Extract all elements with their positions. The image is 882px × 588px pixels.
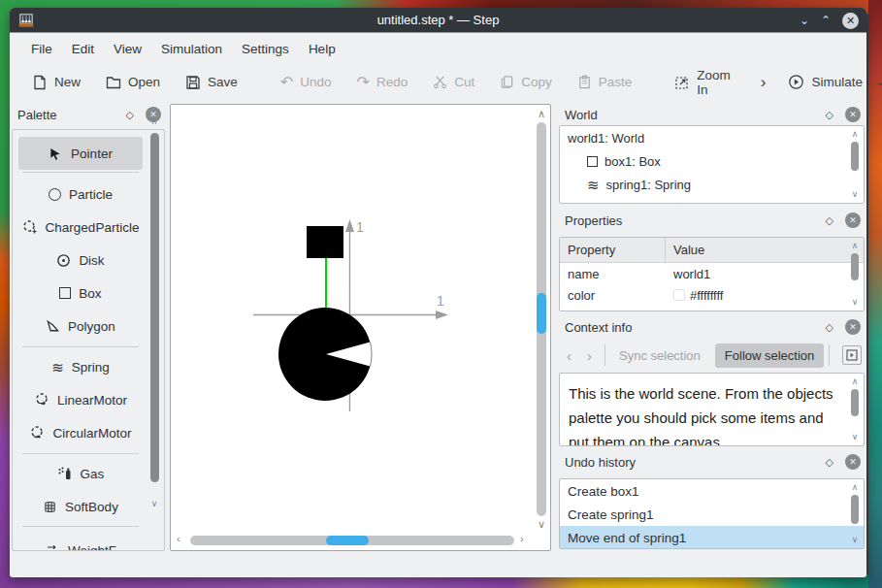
box1-object[interactable]	[307, 226, 343, 258]
toolbar-separator	[604, 344, 605, 366]
float-panel-icon[interactable]: ◇	[826, 214, 833, 227]
gas-icon	[57, 466, 73, 481]
close-panel-icon[interactable]: ✕	[845, 454, 861, 470]
undo-scrollbar[interactable]: ∧ ∨	[848, 481, 862, 546]
tree-item-world1[interactable]: world1: World	[560, 126, 864, 149]
float-panel-icon[interactable]: ◇	[126, 109, 134, 121]
menu-simulation[interactable]: Simulation	[151, 37, 232, 61]
particle-icon	[49, 188, 61, 201]
scroll-down-icon[interactable]: ∨	[848, 433, 862, 441]
scrollbar-thumb[interactable]	[851, 495, 859, 524]
redo-button[interactable]: ↷ Redo	[348, 70, 417, 95]
forward-icon[interactable]: ›	[579, 347, 600, 364]
menu-file[interactable]: File	[21, 37, 62, 61]
palette-scrollbar[interactable]: ∧ ∨	[146, 104, 163, 526]
float-panel-icon[interactable]: ◇	[826, 456, 833, 469]
undo-item-selected[interactable]: Move end of spring1	[560, 526, 864, 549]
scrollbar-thumb[interactable]	[851, 142, 859, 171]
scroll-up-icon[interactable]: ∧	[848, 483, 862, 492]
close-panel-icon[interactable]: ✕	[845, 319, 861, 335]
maximize-icon[interactable]: ⌃	[821, 15, 831, 26]
save-floppy-icon	[185, 75, 201, 90]
open-in-window-button[interactable]	[842, 345, 862, 365]
column-property[interactable]: Property	[560, 243, 665, 257]
undo-item[interactable]: Create spring1	[560, 503, 864, 526]
palette-item-disk[interactable]: Disk	[18, 244, 143, 277]
palette-item-pointer[interactable]: Pointer	[18, 137, 143, 170]
property-row-color[interactable]: color #ffffffff	[560, 284, 864, 306]
save-button[interactable]: Save	[177, 70, 246, 95]
tree-item-box1[interactable]: box1: Box	[560, 149, 864, 173]
new-button[interactable]: New	[23, 70, 89, 95]
palette-item-box[interactable]: Box	[18, 277, 143, 310]
back-icon[interactable]: ‹	[559, 347, 579, 364]
scroll-up-icon[interactable]: ∧	[146, 117, 163, 126]
tree-item-spring1[interactable]: ≋ spring1: Spring	[560, 173, 864, 196]
scrollbar-thumb[interactable]	[537, 293, 546, 334]
property-row-time[interactable]: time 0.0	[560, 306, 864, 311]
toolbar-overflow-chevron[interactable]: ›	[747, 73, 780, 92]
undo-button[interactable]: ↶ Undo	[272, 70, 341, 95]
menu-settings[interactable]: Settings	[232, 37, 299, 61]
scroll-right-icon[interactable]: ›	[520, 533, 524, 544]
palette-item-polygon[interactable]: Polygon	[18, 310, 143, 343]
scroll-up-icon[interactable]: ∧	[848, 242, 862, 250]
undo-list: Create box1 Create spring1 Move end of s…	[559, 478, 865, 549]
context-scrollbar[interactable]: ∧ ∨	[848, 376, 862, 443]
world-scrollbar[interactable]: ∧ ∨	[848, 128, 862, 201]
scroll-down-icon[interactable]: ∨	[146, 500, 163, 508]
scroll-down-icon[interactable]: ∨	[538, 518, 545, 531]
menu-help[interactable]: Help	[299, 37, 345, 61]
menu-view[interactable]: View	[104, 37, 151, 61]
scroll-down-icon[interactable]: ∨	[848, 298, 862, 307]
float-panel-icon[interactable]: ◇	[826, 321, 833, 334]
palette-item-chargedparticle[interactable]: ChargedParticle	[18, 211, 143, 244]
canvas-vscrollbar[interactable]: ∧ ∨	[534, 107, 549, 532]
scrollbar-thumb[interactable]	[326, 536, 369, 545]
scroll-left-icon[interactable]: ‹	[177, 533, 180, 544]
step-window: untitled.step * — Step ⌄ ⌃ ✕ File Edit V…	[10, 8, 866, 577]
scrollbar-thumb[interactable]	[851, 253, 859, 280]
paste-button[interactable]: Paste	[569, 70, 641, 94]
palette-item-weightforce[interactable]: WeightF	[18, 534, 143, 551]
world-canvas[interactable]: 1 1 ∧ ∨ ‹ ›	[170, 104, 551, 551]
open-button[interactable]: Open	[97, 70, 169, 95]
palette-item-spring[interactable]: ≋ Spring	[18, 350, 143, 383]
palette-item-softbody[interactable]: SoftBody	[18, 490, 143, 523]
context-text-area[interactable]: This is the world scene. From the object…	[559, 373, 865, 446]
column-value[interactable]: Value	[665, 238, 864, 263]
titlebar[interactable]: untitled.step * — Step ⌄ ⌃ ✕	[10, 8, 866, 33]
scroll-down-icon[interactable]: ∨	[848, 536, 862, 544]
palette-item-particle[interactable]: Particle	[18, 178, 143, 211]
scroll-down-icon[interactable]: ∨	[848, 190, 862, 199]
palette-item-circularmotor[interactable]: CircularMotor	[18, 416, 143, 449]
property-row-name[interactable]: name world1	[560, 263, 864, 284]
palette-item-linearmotor[interactable]: LinearMotor	[18, 383, 143, 416]
menu-edit[interactable]: Edit	[62, 37, 104, 61]
scroll-up-icon[interactable]: ∧	[848, 377, 862, 386]
properties-scrollbar[interactable]: ∧ ∨	[848, 240, 862, 309]
zoom-in-button[interactable]: Zoom In	[666, 63, 739, 102]
copy-button[interactable]: Copy	[491, 70, 561, 94]
float-panel-icon[interactable]: ◇	[826, 109, 833, 121]
sync-selection-button[interactable]: Sync selection	[610, 348, 709, 363]
scroll-up-icon[interactable]: ∧	[848, 130, 862, 139]
linear-motor-icon	[34, 392, 49, 408]
follow-selection-button[interactable]: Follow selection	[715, 343, 825, 368]
close-panel-icon[interactable]: ✕	[845, 212, 861, 228]
context-toolbar: ‹ › Sync selection Follow selection	[559, 340, 865, 371]
simulate-dropdown-chevron[interactable]: ⌄	[875, 76, 882, 88]
palette-item-gas[interactable]: Gas	[18, 457, 143, 490]
open-in-window-icon	[846, 349, 858, 361]
scrollbar-thumb[interactable]	[150, 133, 159, 482]
scrollbar-thumb[interactable]	[851, 389, 859, 416]
cut-button[interactable]: Cut	[424, 70, 483, 94]
minimize-icon[interactable]: ⌄	[800, 15, 809, 26]
scroll-up-icon[interactable]: ∧	[538, 108, 545, 120]
canvas-hscrollbar[interactable]: ‹ ›	[173, 532, 534, 548]
undo-item[interactable]: Create box1	[560, 479, 864, 503]
close-icon[interactable]: ✕	[842, 13, 859, 29]
disk-object[interactable]	[278, 308, 372, 401]
close-panel-icon[interactable]: ✕	[845, 107, 861, 122]
simulate-button[interactable]: Simulate ⌄	[779, 69, 882, 95]
